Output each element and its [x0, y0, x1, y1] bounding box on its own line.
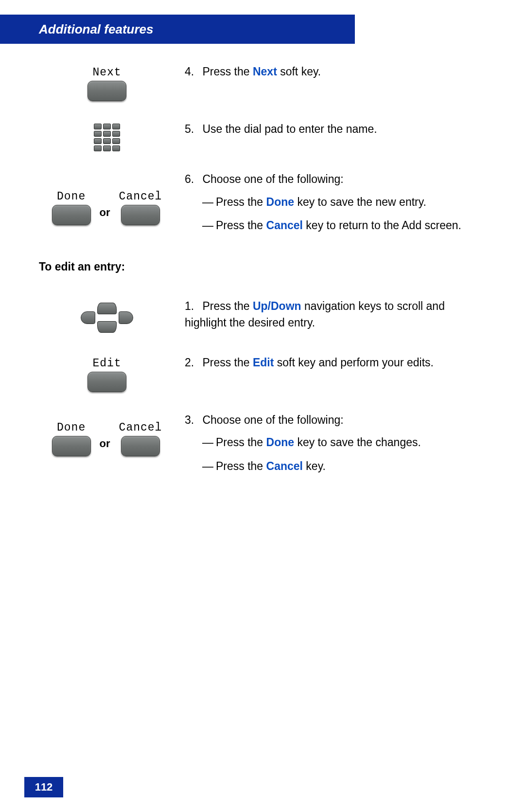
softkey-label: Done: [57, 190, 86, 203]
step-row: Done or Cancel 6. Choose one of the foll…: [39, 171, 486, 241]
text: Press the: [202, 65, 253, 78]
step-row: Edit 2. Press the Edit soft key and perf…: [39, 354, 486, 392]
step-number: 4.: [185, 63, 199, 80]
dialpad-icon: [94, 124, 120, 151]
text: key to save the new entry.: [294, 196, 426, 208]
dash: —: [202, 458, 216, 475]
highlight-term: Done: [266, 436, 295, 449]
text: Press the: [216, 460, 266, 472]
highlight-term: Cancel: [266, 460, 303, 472]
step-number: 2.: [185, 354, 199, 371]
sublist: — Press the Done key to save the new ent…: [185, 194, 486, 234]
sublist: — Press the Done key to save the changes…: [185, 434, 486, 474]
step-number: 5.: [185, 121, 199, 138]
step-text: 5. Use the dial pad to enter the name.: [175, 121, 486, 138]
step-number: 3.: [185, 412, 199, 429]
softkey-label: Cancel: [119, 421, 162, 434]
step-row: 5. Use the dial pad to enter the name.: [39, 121, 486, 151]
page-number: 112: [35, 781, 53, 794]
text: key.: [303, 460, 326, 472]
text: Press the: [216, 219, 266, 232]
step-text: 3. Choose one of the following: — Press …: [175, 412, 486, 482]
dash: —: [202, 194, 216, 211]
sublist-item: — Press the Done key to save the changes…: [202, 434, 486, 451]
dash: —: [202, 217, 216, 234]
softkey-button-icon: [121, 205, 160, 225]
text: key to return to the Add screen.: [303, 219, 461, 232]
softkey-button-icon: [88, 372, 126, 392]
nav-cluster-icon: [78, 301, 136, 335]
page-number-badge: 112: [24, 777, 63, 797]
or-text: or: [100, 428, 110, 450]
sublist-item: — Press the Cancel key.: [202, 458, 486, 475]
text: Use the dial pad to enter the name.: [202, 123, 377, 135]
highlight-term: Done: [266, 196, 295, 208]
softkey-pair-illustration: Done or Cancel: [39, 412, 175, 456]
text: Choose one of the following:: [202, 173, 343, 185]
softkey-label: Edit: [92, 357, 121, 370]
text: Press the: [216, 196, 266, 208]
softkey-label: Done: [57, 421, 86, 434]
softkey-pair-illustration: Done or Cancel: [39, 171, 175, 225]
header-bar: Additional features: [0, 15, 355, 44]
softkey-label: Next: [92, 66, 121, 79]
text: soft key and perform your edits.: [274, 356, 434, 369]
sublist-item: — Press the Done key to save the new ent…: [202, 194, 486, 211]
sublist-item: — Press the Cancel key to return to the …: [202, 217, 486, 234]
softkey-label: Cancel: [119, 190, 162, 203]
step-row: Next 4. Press the Next soft key.: [39, 63, 486, 101]
header-title: Additional features: [39, 22, 153, 37]
step-text: 1. Press the Up/Down navigation keys to …: [175, 298, 486, 331]
dash: —: [202, 434, 216, 451]
step-text: 6. Choose one of the following: — Press …: [175, 171, 486, 241]
or-text: or: [100, 197, 110, 219]
dialpad-illustration: [39, 121, 175, 151]
softkey-button-icon: [121, 436, 160, 456]
highlight-term: Edit: [253, 356, 274, 369]
text: Press the: [202, 356, 253, 369]
text: Press the: [202, 300, 253, 312]
step-text: 4. Press the Next soft key.: [175, 63, 486, 80]
text: soft key.: [277, 65, 321, 78]
content-area: Next 4. Press the Next soft key. 5. Use …: [39, 63, 486, 501]
text: key to save the changes.: [294, 436, 421, 449]
softkey-illustration: Next: [39, 63, 175, 101]
nav-keys-illustration: [39, 298, 175, 335]
softkey-button-icon: [52, 205, 91, 225]
highlight-term: Cancel: [266, 219, 303, 232]
step-number: 1.: [185, 298, 199, 315]
softkey-button-icon: [88, 81, 126, 101]
text: Choose one of the following:: [202, 414, 343, 426]
step-number: 6.: [185, 171, 199, 188]
softkey-illustration: Edit: [39, 354, 175, 392]
highlight-term: Next: [253, 65, 277, 78]
section-heading: To edit an entry:: [39, 260, 486, 273]
softkey-button-icon: [52, 436, 91, 456]
text: Press the: [216, 436, 266, 449]
step-text: 2. Press the Edit soft key and perform y…: [175, 354, 486, 371]
step-row: 1. Press the Up/Down navigation keys to …: [39, 298, 486, 335]
step-row: Done or Cancel 3. Choose one of the foll…: [39, 412, 486, 482]
highlight-term: Up/Down: [253, 300, 301, 312]
